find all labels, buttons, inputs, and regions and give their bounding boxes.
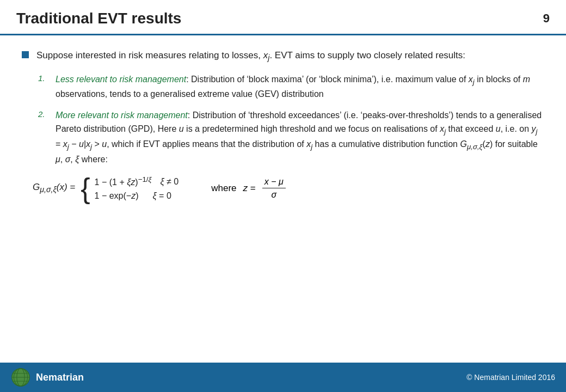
footer-copyright: © Nematrian Limited 2016	[466, 373, 555, 382]
cases-content: 1 − (1 + ξz)−1/ξ ξ ≠ 0 1 − exp(−z) ξ = 0	[95, 175, 179, 200]
brace-symbol: {	[81, 174, 90, 203]
main-bullet-text: Suppose interested in risk measures rela…	[36, 48, 465, 64]
where-z-block: where z = x − μ σ	[211, 177, 285, 200]
slide: Traditional EVT results 9 Suppose intere…	[0, 0, 566, 392]
sub-item-2-label: More relevant to risk management	[56, 111, 188, 120]
sub-item-1: 1. Less relevant to risk management: Dis…	[38, 73, 544, 102]
sub-list: 1. Less relevant to risk management: Dis…	[38, 73, 544, 167]
logo-globe-icon	[11, 367, 30, 387]
sub-item-1-label: Less relevant to risk management	[56, 75, 186, 84]
case-row-1: 1 − (1 + ξz)−1/ξ ξ ≠ 0	[95, 175, 179, 187]
frac-denominator: σ	[269, 189, 279, 200]
slide-header: Traditional EVT results 9	[0, 0, 566, 35]
formula-left: Gμ,σ,ξ(x) = { 1 − (1 + ξz)−1/ξ ξ ≠ 0 1 −…	[33, 174, 179, 203]
footer-brand-name: Nematrian	[36, 372, 84, 383]
sub-item-2: 2. More relevant to risk management: Dis…	[38, 109, 544, 166]
slide-content: Suppose interested in risk measures rela…	[0, 35, 566, 213]
case-row-2: 1 − exp(−z) ξ = 0	[95, 191, 179, 201]
formula-right: where z = x − μ σ	[211, 177, 285, 200]
where-label: where	[211, 183, 236, 194]
sub-item-1-text: Less relevant to risk management: Distri…	[56, 73, 544, 102]
brace-cases: { 1 − (1 + ξz)−1/ξ ξ ≠ 0 1 − exp(−z) ξ =…	[81, 174, 179, 203]
sub-item-2-number: 2.	[38, 109, 50, 119]
case1-expr: 1 − (1 + ξz)−1/ξ	[95, 175, 152, 187]
slide-title: Traditional EVT results	[16, 10, 181, 27]
frac-block: x − μ σ	[262, 177, 286, 200]
case1-cond: ξ ≠ 0	[161, 177, 179, 187]
frac-numerator: x − μ	[262, 177, 286, 188]
case2-expr: 1 − exp(−z)	[95, 191, 139, 201]
slide-number: 9	[543, 11, 550, 26]
formula-lhs: Gμ,σ,ξ(x) =	[33, 182, 75, 194]
sub-item-2-text: More relevant to risk management: Distri…	[56, 109, 544, 166]
footer: Nematrian © Nematrian Limited 2016	[0, 363, 566, 392]
where-eq: z =	[243, 183, 256, 194]
bullet-icon	[22, 51, 29, 58]
sub-item-1-number: 1.	[38, 74, 50, 83]
footer-logo: Nematrian	[11, 367, 84, 387]
case2-cond: ξ = 0	[153, 191, 171, 201]
formula-block: Gμ,σ,ξ(x) = { 1 − (1 + ξz)−1/ξ ξ ≠ 0 1 −…	[33, 174, 544, 203]
main-bullet: Suppose interested in risk measures rela…	[22, 48, 544, 64]
